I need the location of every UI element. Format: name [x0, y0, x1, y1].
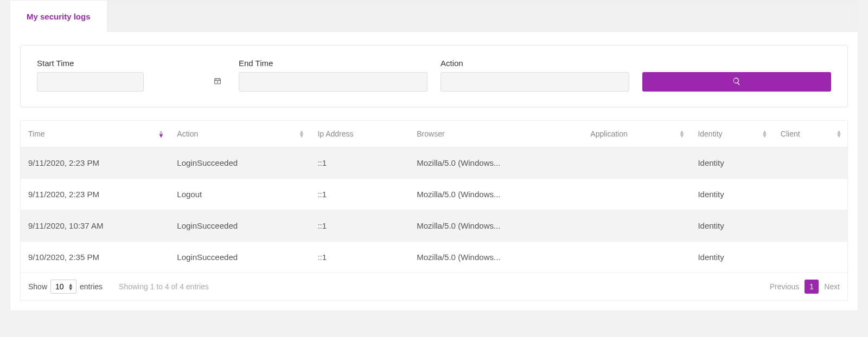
filter-start-time: Start Time	[37, 59, 226, 92]
search-icon	[732, 77, 741, 87]
col-ip[interactable]: Ip Address	[310, 121, 409, 147]
filter-end-time: End Time	[239, 59, 427, 92]
cell-browser: Mozilla/5.0 (Windows...	[409, 210, 583, 242]
cell-action: LoginSucceeded	[169, 242, 310, 273]
table-footer: Show 10 ▲▼ entries Showing 1 to 4 of 4 e…	[21, 273, 847, 300]
show-label: Show	[28, 282, 47, 291]
table-body: 9/11/2020, 2:23 PMLoginSucceeded::1Mozil…	[21, 147, 847, 273]
cell-client	[773, 210, 847, 242]
cell-client	[773, 242, 847, 273]
sort-icon: ▲▼	[679, 130, 685, 137]
cell-time: 9/11/2020, 10:37 AM	[21, 210, 169, 242]
cell-client	[773, 147, 847, 179]
table-row: 9/10/2020, 2:35 PMLoginSucceeded::1Mozil…	[21, 242, 847, 273]
cell-time: 9/11/2020, 2:23 PM	[21, 179, 169, 210]
svg-rect-0	[215, 79, 221, 83]
col-action-label: Action	[177, 129, 198, 138]
col-browser[interactable]: Browser	[409, 121, 583, 147]
cell-action: Logout	[169, 179, 310, 210]
tab-bar: My security logs	[10, 1, 858, 32]
cell-time: 9/11/2020, 2:23 PM	[21, 147, 169, 179]
cell-ip: ::1	[310, 242, 409, 273]
cell-identity: Identity	[690, 210, 773, 242]
page-size-group: Show 10 ▲▼ entries	[28, 280, 103, 294]
search-button[interactable]	[642, 72, 831, 92]
filter-card: Start Time End Time Action	[20, 45, 848, 107]
table-row: 9/11/2020, 2:23 PMLogout::1Mozilla/5.0 (…	[21, 179, 847, 210]
table-row: 9/11/2020, 2:23 PMLoginSucceeded::1Mozil…	[21, 147, 847, 179]
cell-client	[773, 179, 847, 210]
sort-icon: ▲▼	[836, 130, 842, 137]
logs-table-card: Time ▲▼ Action ▲▼ Ip Address Browser	[20, 120, 848, 301]
col-client-label: Client	[781, 129, 800, 138]
content-area: Start Time End Time Action	[10, 32, 858, 310]
entries-label: entries	[80, 282, 103, 291]
cell-identity: Identity	[690, 179, 773, 210]
cell-time: 9/10/2020, 2:35 PM	[21, 242, 169, 273]
entries-info: Showing 1 to 4 of 4 entries	[119, 282, 209, 291]
col-client[interactable]: Client ▲▼	[773, 121, 847, 147]
col-application-label: Application	[590, 129, 628, 138]
calendar-icon	[214, 77, 221, 87]
sort-icon: ▲▼	[762, 130, 768, 137]
cell-identity: Identity	[690, 242, 773, 273]
cell-browser: Mozilla/5.0 (Windows...	[409, 147, 583, 179]
start-time-input[interactable]	[37, 72, 144, 92]
table-row: 9/11/2020, 10:37 AMLoginSucceeded::1Mozi…	[21, 210, 847, 242]
col-application[interactable]: Application ▲▼	[583, 121, 690, 147]
cell-identity: Identity	[690, 147, 773, 179]
col-ip-label: Ip Address	[317, 129, 353, 138]
cell-application	[583, 210, 690, 242]
cell-browser: Mozilla/5.0 (Windows...	[409, 242, 583, 273]
cell-ip: ::1	[310, 147, 409, 179]
end-time-label: End Time	[239, 59, 427, 68]
start-time-input-wrap	[37, 72, 226, 92]
col-time-label: Time	[28, 129, 45, 138]
end-time-input[interactable]	[239, 72, 427, 92]
start-time-label: Start Time	[37, 59, 226, 68]
table-header-row: Time ▲▼ Action ▲▼ Ip Address Browser	[21, 121, 847, 147]
col-time[interactable]: Time ▲▼	[21, 121, 169, 147]
col-browser-label: Browser	[417, 129, 444, 138]
page-1-button[interactable]: 1	[805, 280, 819, 294]
page-size-select[interactable]: 10	[50, 280, 76, 294]
previous-button[interactable]: Previous	[770, 282, 799, 291]
cell-browser: Mozilla/5.0 (Windows...	[409, 179, 583, 210]
sort-icon: ▲▼	[158, 130, 164, 137]
cell-ip: ::1	[310, 179, 409, 210]
cell-application	[583, 242, 690, 273]
cell-action: LoginSucceeded	[169, 210, 310, 242]
cell-application	[583, 147, 690, 179]
filter-action: Action	[441, 59, 629, 92]
cell-action: LoginSucceeded	[169, 147, 310, 179]
pager: Previous 1 Next	[770, 280, 840, 294]
col-action[interactable]: Action ▲▼	[169, 121, 310, 147]
cell-ip: ::1	[310, 210, 409, 242]
action-label: Action	[441, 59, 629, 68]
logs-table: Time ▲▼ Action ▲▼ Ip Address Browser	[21, 121, 847, 273]
col-identity-label: Identity	[698, 129, 722, 138]
tab-security-logs[interactable]: My security logs	[10, 1, 107, 32]
sort-icon: ▲▼	[299, 130, 305, 137]
page-container: My security logs Start Time End Time Act…	[10, 0, 858, 311]
cell-application	[583, 179, 690, 210]
action-input[interactable]	[441, 72, 629, 92]
next-button[interactable]: Next	[824, 282, 840, 291]
col-identity[interactable]: Identity ▲▼	[690, 121, 773, 147]
